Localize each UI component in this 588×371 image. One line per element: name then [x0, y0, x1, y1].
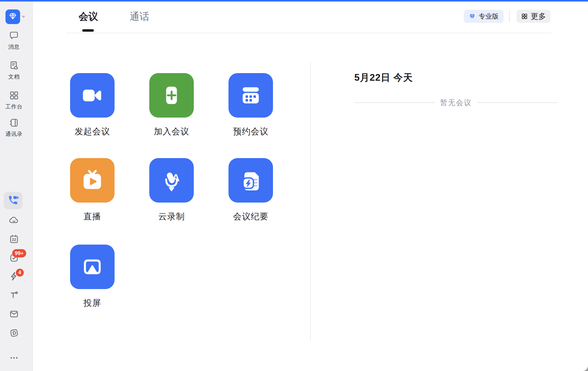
tasks-badge: 99+: [12, 249, 26, 257]
active-tab-indicator: [82, 29, 94, 32]
tab-calls[interactable]: 通话: [130, 10, 149, 23]
sidebar-item-calendar[interactable]: 22: [9, 234, 19, 244]
divider-line-left: [354, 102, 435, 103]
header-divider: [66, 33, 551, 33]
screen-cast-icon: [70, 245, 115, 289]
grid-icon: [9, 90, 19, 101]
video-call-phone-icon: [8, 195, 19, 207]
automation-badge: 4: [16, 269, 24, 277]
tab-meeting[interactable]: 会议: [79, 10, 98, 23]
sidebar-item-messages[interactable]: 消息: [0, 30, 28, 51]
grid-more-icon: [521, 13, 528, 20]
app-window: 消息 文档 工作台 通讯录: [0, 0, 588, 371]
sidebar-item-label: 文档: [8, 73, 20, 80]
action-cloud-recording[interactable]: A 云录制: [132, 158, 211, 222]
pro-version-badge[interactable]: 专业版: [464, 10, 504, 23]
svg-text:22: 22: [12, 237, 16, 242]
no-meetings-row: 暂无会议: [354, 98, 558, 107]
sidebar-item-label: 消息: [8, 43, 20, 51]
tile-label: 预约会议: [233, 126, 268, 137]
tile-label: 会议纪要: [233, 211, 268, 222]
document-icon: [9, 60, 19, 71]
calendar-tile-icon: [228, 73, 273, 118]
live-tv-icon: [70, 158, 115, 203]
sidebar-item-mail[interactable]: [9, 309, 19, 319]
tile-label: 投屏: [83, 297, 101, 309]
meeting-notes-icon: [228, 158, 273, 203]
divider-line-right: [477, 102, 558, 103]
action-live-stream[interactable]: 直播: [53, 158, 132, 222]
tile-label: 发起会议: [75, 126, 110, 137]
tile-label: 云录制: [158, 211, 185, 222]
action-meeting-minutes[interactable]: 会议纪要: [211, 158, 290, 222]
temperature-icon: [9, 290, 19, 300]
tile-label: 直播: [83, 211, 101, 222]
mic-record-icon: A: [149, 158, 194, 203]
action-join-meeting[interactable]: 加入会议: [132, 73, 211, 137]
mail-icon: [9, 309, 19, 319]
sidebar-item-label: 工作台: [5, 103, 23, 110]
sidebar-item-app-d[interactable]: [9, 328, 19, 338]
cloud-icon: [9, 215, 19, 225]
sidebar-item-docs[interactable]: 文档: [0, 60, 28, 80]
more-dots-icon[interactable]: [9, 353, 19, 363]
gem-icon: [9, 12, 17, 22]
sidebar-item-contacts[interactable]: 通讯录: [0, 118, 28, 138]
tile-label: 加入会议: [154, 126, 189, 137]
schedule-date-heading: 5月22日 今天: [354, 71, 413, 84]
diamond-icon: [469, 13, 476, 20]
chat-bubble-icon: [9, 30, 19, 41]
app-d-icon: [8, 327, 20, 339]
top-accent-bar: [0, 0, 588, 2]
plus-card-icon: [149, 73, 194, 118]
sidebar-item-cloud-drive[interactable]: [9, 215, 19, 225]
header-separator: [509, 11, 510, 22]
more-button[interactable]: 更多: [516, 10, 551, 23]
pro-version-label: 专业版: [479, 12, 499, 21]
no-meetings-text: 暂无会议: [440, 98, 472, 108]
sidebar-item-video-call[interactable]: [4, 192, 23, 209]
app-logo[interactable]: [5, 9, 20, 24]
sidebar-item-weather[interactable]: [9, 290, 19, 300]
chevron-down-icon[interactable]: [22, 16, 25, 18]
content-divider: [310, 62, 311, 341]
action-screen-cast[interactable]: 投屏: [53, 245, 132, 309]
action-start-meeting[interactable]: 发起会议: [53, 73, 132, 137]
action-schedule-meeting[interactable]: 预约会议: [211, 73, 290, 137]
sidebar-item-workbench[interactable]: 工作台: [0, 90, 28, 110]
more-button-label: 更多: [531, 11, 546, 21]
calendar-icon: 22: [9, 234, 19, 244]
contacts-book-icon: [9, 118, 19, 128]
video-camera-icon: [70, 73, 115, 118]
sidebar-item-label: 通讯录: [5, 130, 23, 138]
